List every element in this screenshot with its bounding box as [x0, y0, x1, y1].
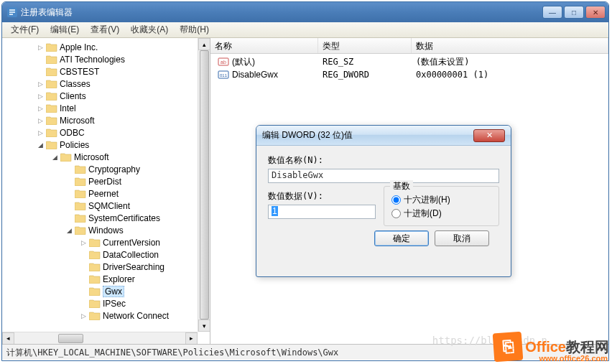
- minimize-button[interactable]: —: [542, 6, 562, 19]
- value-type: REG_DWORD: [318, 70, 412, 80]
- tree-label: CBSTEST: [60, 67, 99, 77]
- expander-open-icon[interactable]: ◢: [37, 141, 45, 149]
- tree-item[interactable]: SQMClient: [2, 200, 210, 212]
- tree-item[interactable]: SystemCertificates: [2, 212, 210, 224]
- titlebar[interactable]: 注册表编辑器 — □ ✕: [2, 2, 608, 22]
- logo-text-1: Office: [525, 339, 566, 355]
- tree-label: Apple Inc.: [60, 42, 98, 52]
- edit-dword-dialog: 编辑 DWORD (32 位)值 ✕ 数值名称(N): DisableGwx 数…: [256, 125, 511, 277]
- col-name[interactable]: 名称: [210, 38, 318, 53]
- col-data[interactable]: 数据: [412, 38, 608, 53]
- scroll-right-icon[interactable]: ▸: [185, 332, 198, 345]
- menu-favorites[interactable]: 收藏夹(A): [125, 22, 174, 37]
- col-type[interactable]: 类型: [318, 38, 412, 53]
- list-row[interactable]: 011DisableGwxREG_DWORD0x00000001 (1): [210, 68, 608, 81]
- expander-icon[interactable]: [80, 263, 88, 271]
- menu-help[interactable]: 帮助(H): [174, 22, 215, 37]
- scroll-up-icon[interactable]: ▴: [198, 38, 210, 50]
- value-data-label: 数值数据(V):: [268, 190, 384, 202]
- dialog-title: 编辑 DWORD (32 位)值: [262, 129, 473, 141]
- scroll-thumb[interactable]: [58, 334, 83, 343]
- tree-item[interactable]: ▷Network Connect: [2, 309, 210, 322]
- tree-item[interactable]: Gwx: [2, 285, 210, 297]
- app-icon: [6, 6, 18, 18]
- value-name-field[interactable]: DisableGwx: [268, 169, 499, 183]
- tree-item[interactable]: ATI Technologies: [2, 53, 210, 65]
- ok-button[interactable]: 确定: [374, 230, 429, 246]
- expander-closed-icon[interactable]: ▷: [80, 312, 88, 319]
- tree-item[interactable]: Cryptography: [2, 163, 210, 175]
- tree-item[interactable]: ▷CurrentVersion: [2, 236, 210, 248]
- expander-icon[interactable]: [37, 67, 45, 75]
- expander-closed-icon[interactable]: ▷: [37, 129, 45, 136]
- expander-icon[interactable]: [37, 55, 45, 63]
- menu-file[interactable]: 文件(F): [5, 22, 45, 37]
- tree-item[interactable]: ▷Clients: [2, 90, 210, 102]
- dialog-close-button[interactable]: ✕: [473, 129, 505, 142]
- maximize-button[interactable]: □: [564, 6, 584, 19]
- tree-label: Gwx: [103, 286, 124, 297]
- scroll-thumb[interactable]: [200, 50, 209, 319]
- expander-closed-icon[interactable]: ▷: [37, 80, 45, 88]
- expander-open-icon[interactable]: ◢: [65, 226, 73, 234]
- radio-dec-input[interactable]: [391, 209, 401, 218]
- scroll-left-icon[interactable]: ◂: [2, 332, 14, 345]
- tree-pane[interactable]: ▷Apple Inc.ATI TechnologiesCBSTEST▷Class…: [2, 38, 210, 344]
- tree-item[interactable]: ▷Apple Inc.: [2, 41, 210, 53]
- logo-text-2: 教程网: [566, 339, 609, 355]
- expander-icon[interactable]: [65, 165, 73, 173]
- expander-icon[interactable]: [80, 275, 88, 283]
- tree-label: DataCollection: [103, 250, 159, 260]
- list-row[interactable]: ab(默认)REG_SZ(数值未设置): [210, 55, 608, 68]
- tree-label: Explorer: [103, 274, 135, 284]
- tree-label: Microsoft: [74, 152, 109, 162]
- tree-vertical-scrollbar[interactable]: ▴ ▾: [198, 38, 210, 332]
- expander-icon[interactable]: [65, 214, 73, 222]
- tree-item[interactable]: ◢Policies: [2, 139, 210, 151]
- tree-item[interactable]: Explorer: [2, 273, 210, 285]
- expander-icon[interactable]: [80, 251, 88, 258]
- tree-item[interactable]: ▷Microsoft: [2, 114, 210, 126]
- menu-view[interactable]: 查看(V): [85, 22, 125, 37]
- tree-item[interactable]: ◢Windows: [2, 224, 210, 236]
- value-data-input[interactable]: 1: [268, 205, 376, 219]
- tree-label: Microsoft: [60, 116, 95, 126]
- tree-horizontal-scrollbar[interactable]: ◂ ▸: [2, 332, 198, 344]
- tree-label: Policies: [60, 140, 89, 150]
- scroll-down-icon[interactable]: ▾: [198, 319, 210, 332]
- tree-item[interactable]: PeerDist: [2, 175, 210, 187]
- tree-item[interactable]: ◢Microsoft: [2, 151, 210, 163]
- expander-icon[interactable]: [65, 190, 73, 197]
- expander-closed-icon[interactable]: ▷: [37, 104, 45, 112]
- tree-item[interactable]: DataCollection: [2, 248, 210, 261]
- radio-dec[interactable]: 十进制(D): [391, 207, 491, 220]
- tree-item[interactable]: ▷Classes: [2, 78, 210, 90]
- expander-icon[interactable]: [65, 202, 73, 210]
- tree-label: ODBC: [60, 128, 85, 138]
- tree-item[interactable]: IPSec: [2, 297, 210, 309]
- dialog-titlebar[interactable]: 编辑 DWORD (32 位)值 ✕: [256, 126, 511, 146]
- tree-item[interactable]: DriverSearching: [2, 261, 210, 273]
- value-data: (数值未设置): [412, 56, 608, 68]
- tree-label: SQMClient: [88, 201, 130, 211]
- tree-item[interactable]: ▷Intel: [2, 102, 210, 114]
- radio-hex-input[interactable]: [391, 195, 401, 205]
- expander-closed-icon[interactable]: ▷: [37, 43, 45, 51]
- expander-closed-icon[interactable]: ▷: [37, 92, 45, 100]
- menu-edit[interactable]: 编辑(E): [45, 22, 85, 37]
- base-group: 基数 十六进制(H) 十进制(D): [384, 186, 499, 226]
- close-button[interactable]: ✕: [585, 6, 606, 19]
- expander-icon[interactable]: [65, 177, 73, 185]
- tree-item[interactable]: ▷ODBC: [2, 126, 210, 139]
- expander-closed-icon[interactable]: ▷: [37, 116, 45, 124]
- expander-icon[interactable]: [80, 287, 88, 295]
- expander-icon[interactable]: [80, 299, 88, 307]
- tree-item[interactable]: CBSTEST: [2, 65, 210, 78]
- tree-label: SystemCertificates: [88, 213, 160, 223]
- expander-closed-icon[interactable]: ▷: [80, 238, 88, 246]
- radio-hex[interactable]: 十六进制(H): [391, 194, 491, 206]
- tree-item[interactable]: Peernet: [2, 187, 210, 200]
- expander-open-icon[interactable]: ◢: [51, 153, 59, 161]
- cancel-button[interactable]: 取消: [435, 230, 489, 246]
- base-label: 基数: [390, 180, 413, 192]
